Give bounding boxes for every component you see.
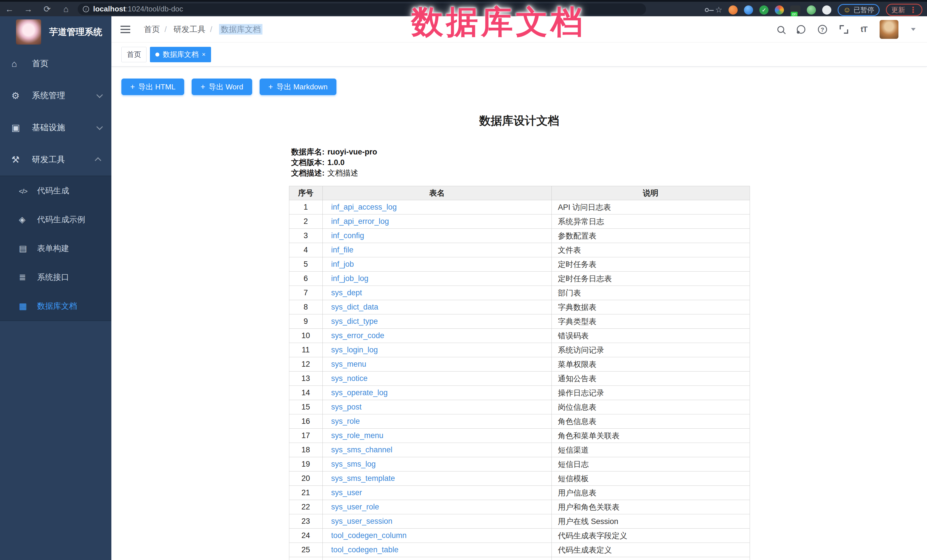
table-name-link[interactable]: sys_role_menu: [331, 431, 383, 440]
app-logo[interactable]: 芋道管理系统: [0, 16, 111, 48]
browser-menu-icon[interactable]: ⋮: [909, 5, 917, 15]
sidebar-subitem[interactable]: 系统接口: [0, 263, 111, 291]
row-index: 22: [289, 500, 322, 514]
sidebar-subitem[interactable]: 代码生成: [0, 176, 111, 205]
extension-icon-2[interactable]: [744, 5, 753, 15]
site-info-icon[interactable]: i: [83, 6, 89, 12]
table-name-link[interactable]: inf_file: [331, 246, 354, 254]
url-text: localhost:1024/tool/db-doc: [93, 5, 183, 14]
sidebar-collapse-icon[interactable]: [120, 29, 130, 30]
sidebar-item[interactable]: 首页: [0, 48, 111, 80]
meta-line: 文档描述:文档描述: [291, 168, 750, 179]
table-name-link[interactable]: sys_dict_data: [331, 303, 378, 311]
row-description: 字典数据表: [552, 300, 750, 314]
active-dot-icon: [155, 53, 160, 56]
fullscreen-icon[interactable]: [840, 25, 848, 34]
extension-icon-6[interactable]: [807, 5, 816, 15]
browser-back-button[interactable]: ←: [0, 4, 19, 14]
sidebar-item[interactable]: 研发工具: [0, 144, 111, 176]
row-description: 文件表: [552, 243, 750, 257]
browser-forward-button[interactable]: →: [19, 4, 38, 14]
help-icon[interactable]: ?: [818, 25, 827, 34]
table-name-link[interactable]: sys_user_role: [331, 502, 379, 511]
table-name-link[interactable]: inf_config: [331, 231, 365, 240]
table-row: 1 inf_api_access_log API 访问日志表: [289, 200, 750, 214]
row-index: 26: [289, 557, 322, 560]
table-row: 8 sys_dict_data 字典数据表: [289, 300, 750, 314]
sidebar-item-icon: [11, 90, 32, 101]
table-name-link[interactable]: sys_role: [331, 417, 360, 425]
search-icon[interactable]: [777, 26, 784, 33]
table-name-link[interactable]: sys_sms_channel: [331, 446, 393, 454]
table-name-link[interactable]: sys_notice: [331, 374, 368, 382]
export-button[interactable]: + 导出 Word: [191, 79, 252, 95]
meta-line: 文档版本:1.0.0: [291, 157, 750, 168]
table-row: 19 sys_sms_log 短信日志: [289, 457, 750, 472]
row-index: 14: [289, 386, 322, 400]
table-row: 6 inf_job_log 定时任务日志表: [289, 272, 750, 286]
table-name-link[interactable]: inf_job_log: [331, 274, 369, 283]
table-name-link[interactable]: sys_user_session: [331, 517, 393, 525]
table-row: 14 sys_operate_log 操作日志记录: [289, 386, 750, 400]
github-icon[interactable]: [797, 25, 805, 34]
bookmark-star-icon[interactable]: ☆: [715, 5, 722, 15]
sidebar-subitem[interactable]: 数据库文档: [0, 291, 111, 320]
row-description: 参数配置表: [552, 229, 750, 243]
table-name-link[interactable]: sys_post: [331, 403, 362, 411]
row-description: 定时任务表: [552, 257, 750, 272]
font-size-icon[interactable]: tT: [861, 25, 867, 34]
table-name-link[interactable]: sys_error_code: [331, 331, 384, 340]
row-description: 错误码表: [552, 329, 750, 343]
sidebar-item-icon: [11, 154, 32, 165]
plus-icon: +: [201, 82, 205, 91]
table-name-link[interactable]: sys_dict_type: [331, 317, 378, 326]
row-index: 20: [289, 472, 322, 486]
row-description: 字典类型表: [552, 557, 750, 560]
row-description: 系统异常日志: [552, 214, 750, 229]
extension-paused-badge[interactable]: ☺ 已暂停: [837, 4, 880, 16]
export-button[interactable]: + 导出 HTML: [122, 79, 184, 95]
sidebar-subitem-icon: [19, 214, 37, 225]
table-name-link[interactable]: inf_api_access_log: [331, 203, 397, 211]
user-menu-caret-icon[interactable]: [911, 28, 916, 31]
browser-update-button[interactable]: 更新 ⋮: [886, 4, 922, 16]
tag-close-icon[interactable]: ×: [202, 51, 206, 58]
col-header-desc: 说明: [552, 186, 750, 200]
extension-icon-3[interactable]: ✓: [759, 5, 769, 15]
sidebar-item[interactable]: 基础设施: [0, 112, 111, 144]
tags-view-bar: 首页 数据库文档 ×: [111, 42, 927, 67]
tag-item[interactable]: 首页: [122, 47, 146, 62]
browser-reload-button[interactable]: ⟳: [38, 4, 56, 14]
row-description: 菜单权限表: [552, 357, 750, 372]
sidebar-item[interactable]: 系统管理: [0, 80, 111, 112]
table-name-link[interactable]: tool_codegen_table: [331, 545, 399, 554]
table-name-link[interactable]: sys_sms_template: [331, 474, 395, 483]
export-button[interactable]: + 导出 Markdown: [260, 79, 337, 95]
extension-icon-1[interactable]: [728, 5, 738, 15]
row-index: 9: [289, 314, 322, 329]
table-name-link[interactable]: inf_job: [331, 260, 354, 269]
user-avatar[interactable]: [880, 20, 898, 39]
extensions-puzzle-icon[interactable]: [822, 5, 831, 15]
table-row: 24 tool_codegen_column 代码生成表字段定义: [289, 528, 750, 543]
extension-icon-5[interactable]: on: [790, 5, 801, 15]
meta-line: 数据库名:ruoyi-vue-pro: [291, 147, 750, 157]
sidebar-subitem[interactable]: 表单构建: [0, 234, 111, 263]
table-name-link[interactable]: tool_codegen_column: [331, 531, 407, 540]
table-name-link[interactable]: sys_user: [331, 488, 362, 497]
table-name-link[interactable]: sys_login_log: [331, 346, 378, 354]
password-key-icon[interactable]: [705, 8, 709, 12]
table-row: 3 inf_config 参数配置表: [289, 229, 750, 243]
browser-home-button[interactable]: ⌂: [56, 4, 75, 14]
table-name-link[interactable]: sys_operate_log: [331, 389, 388, 397]
table-name-link[interactable]: sys_dept: [331, 288, 362, 297]
table-name-link[interactable]: inf_api_error_log: [331, 217, 389, 226]
table-name-link[interactable]: sys_sms_log: [331, 460, 376, 468]
row-index: 24: [289, 528, 322, 543]
tag-item[interactable]: 数据库文档 ×: [150, 47, 211, 62]
sidebar-subitem[interactable]: 代码生成示例: [0, 205, 111, 234]
col-header-no: 序号: [289, 186, 322, 200]
extension-icon-4[interactable]: [775, 5, 784, 15]
table-name-link[interactable]: sys_menu: [331, 360, 366, 369]
row-index: 1: [289, 200, 322, 214]
